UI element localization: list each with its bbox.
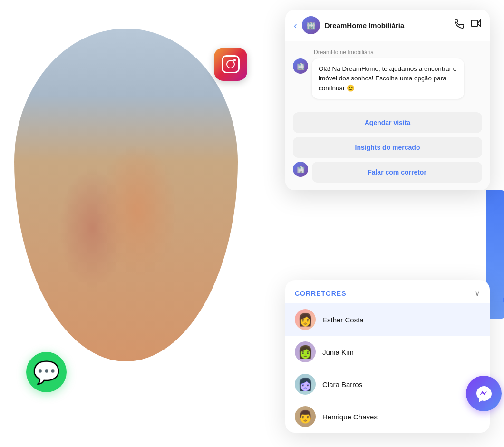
back-button[interactable]: ‹: [294, 20, 297, 31]
corretor-name-henrique: Henrique Chaves: [322, 413, 378, 421]
msg-building-icon: 🏢: [297, 62, 305, 70]
corretor-item-junia[interactable]: Júnia Kim: [285, 336, 490, 368]
building-icon: 🏢: [306, 21, 316, 30]
corretor-item-henrique[interactable]: Henrique Chaves: [285, 400, 490, 433]
clara-face-icon: [298, 377, 313, 392]
chat-message-row: 🏢 Olá! Na DreamHome, te ajudamos a encon…: [293, 58, 482, 99]
junia-face-icon: [298, 345, 313, 360]
chat-msg-avatar-2: 🏢: [293, 162, 308, 177]
msg-building-icon-2: 🏢: [297, 165, 305, 173]
chat-sender-label: DreamHome Imobiliária: [314, 49, 482, 56]
video-icon[interactable]: [471, 19, 481, 31]
chat-contact-avatar: 🏢: [302, 16, 320, 34]
corretores-header: CORRETORES ∨: [285, 280, 490, 303]
svg-rect-1: [471, 20, 477, 26]
corretor-item-esther[interactable]: Esther Costa: [285, 303, 490, 336]
whatsapp-icon: 💬: [33, 361, 60, 383]
chat-header-actions: [455, 19, 481, 31]
instagram-icon: [222, 55, 240, 73]
option-insights-button[interactable]: Insights do mercado: [293, 137, 482, 158]
corretor-item-clara[interactable]: Clara Barros: [285, 368, 490, 400]
corretor-avatar-junia: [295, 341, 316, 362]
henrique-face-icon: [298, 409, 313, 424]
whatsapp-badge[interactable]: 💬: [26, 352, 67, 392]
phone-icon[interactable]: [455, 19, 464, 31]
corretor-name-junia: Júnia Kim: [322, 348, 354, 356]
messenger-badge[interactable]: [466, 376, 502, 411]
couple-photo-bg: [14, 29, 238, 361]
esther-face-icon: [298, 312, 313, 327]
corretor-avatar-esther: [295, 309, 316, 330]
instagram-badge[interactable]: [214, 48, 247, 81]
corretor-name-esther: Esther Costa: [322, 316, 364, 324]
chat-msg-avatar: 🏢: [293, 58, 308, 74]
couple-silhouette: [14, 29, 238, 361]
chat-bubble: Olá! Na DreamHome, te ajudamos a encontr…: [312, 58, 464, 99]
chat-header: ‹ 🏢 DreamHome Imobiliária: [285, 10, 490, 41]
corretor-avatar-clara: [295, 374, 316, 395]
chat-body: DreamHome Imobiliária 🏢 Olá! Na DreamHom…: [285, 41, 490, 109]
chat-options: Agendar visita Insights do mercado 🏢 Fal…: [285, 109, 490, 190]
corretor-name-clara: Clara Barros: [322, 380, 362, 389]
option-falar-button[interactable]: Falar com corretor: [312, 162, 482, 183]
corretores-title: CORRETORES: [295, 290, 347, 297]
chat-contact-name: DreamHome Imobiliária: [325, 21, 450, 29]
svg-marker-2: [478, 19, 481, 26]
corretores-chevron-icon[interactable]: ∨: [475, 289, 480, 298]
option-agendar-button[interactable]: Agendar visita: [293, 112, 482, 133]
corretor-avatar-henrique: [295, 406, 316, 427]
chat-window: ‹ 🏢 DreamHome Imobiliária DreamHome Imob…: [285, 10, 490, 190]
messenger-icon: [475, 384, 494, 403]
corretores-panel: CORRETORES ∨ Esther Costa Júnia Kim Clar…: [285, 280, 490, 433]
